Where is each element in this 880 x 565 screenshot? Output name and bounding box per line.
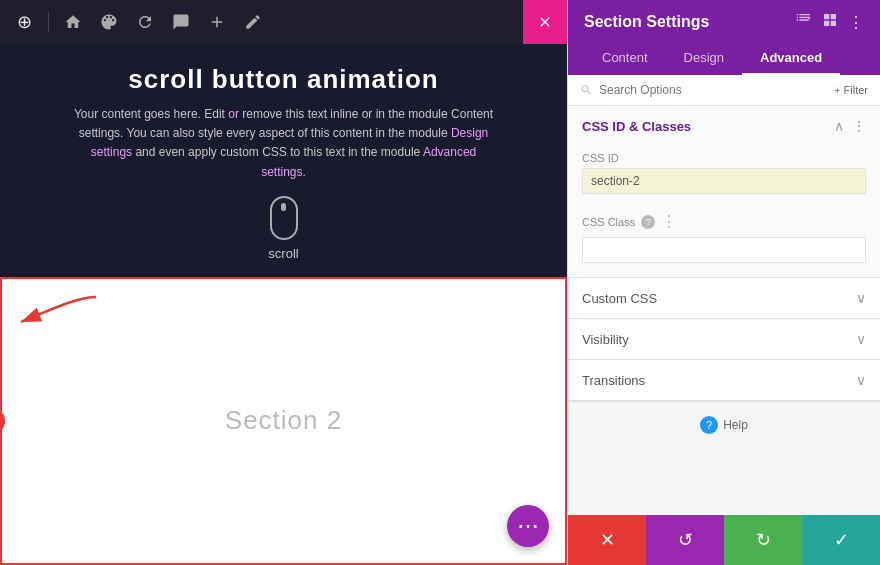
palette-icon[interactable] bbox=[95, 8, 123, 36]
accordion-title-transitions: Transitions bbox=[582, 373, 645, 388]
comment-icon[interactable] bbox=[167, 8, 195, 36]
settings-tabs: Content Design Advanced bbox=[584, 42, 864, 75]
scroll-label: scroll bbox=[268, 246, 298, 261]
css-class-input[interactable] bbox=[582, 237, 866, 263]
panel-content: CSS ID & Classes ∧ ⋮ CSS ID CSS Class ? … bbox=[568, 106, 880, 515]
hero-title: scroll button animation bbox=[40, 64, 527, 95]
settings-title: Section Settings bbox=[584, 13, 709, 31]
search-input-wrapper bbox=[580, 83, 834, 97]
undo-button[interactable]: ↺ bbox=[646, 515, 724, 565]
redo-button[interactable]: ↻ bbox=[724, 515, 802, 565]
accordion-more-icon[interactable]: ⋮ bbox=[852, 118, 866, 134]
css-id-input[interactable] bbox=[582, 168, 866, 194]
accordion-icons-4: ∨ bbox=[856, 372, 866, 388]
settings-header-top: Section Settings ⋮ bbox=[584, 12, 864, 32]
help-icon[interactable]: ? bbox=[641, 215, 655, 229]
accordion-header-custom-css[interactable]: Custom CSS ∨ bbox=[568, 278, 880, 318]
step-badge: 1 bbox=[0, 408, 5, 434]
accordion-custom-css: Custom CSS ∨ bbox=[568, 278, 880, 319]
help-link[interactable]: ? Help bbox=[582, 416, 866, 434]
edit-icon[interactable] bbox=[239, 8, 267, 36]
accordion-header-transitions[interactable]: Transitions ∨ bbox=[568, 360, 880, 400]
accordion-icons-2: ∨ bbox=[856, 290, 866, 306]
accordion-icons: ∧ ⋮ bbox=[834, 118, 866, 134]
wordpress-icon[interactable]: ⊕ bbox=[10, 8, 38, 36]
scroll-widget: scroll bbox=[40, 196, 527, 261]
fab-button[interactable]: ⋯ bbox=[507, 505, 549, 547]
accordion-icons-3: ∨ bbox=[856, 331, 866, 347]
scroll-dot bbox=[281, 203, 286, 211]
tab-advanced[interactable]: Advanced bbox=[742, 42, 840, 75]
home-icon[interactable] bbox=[59, 8, 87, 36]
accordion-body-css-id: CSS ID CSS Class ? ⋮ bbox=[568, 146, 880, 277]
settings-panel: Section Settings ⋮ Content Design Advanc… bbox=[567, 0, 880, 565]
exit-button[interactable] bbox=[523, 0, 567, 44]
accordion-title-css-id: CSS ID & Classes bbox=[582, 119, 691, 134]
css-class-label: CSS Class bbox=[582, 216, 635, 228]
search-bar: + Filter bbox=[568, 75, 880, 106]
accordion-chevron-down-icon-2[interactable]: ∨ bbox=[856, 331, 866, 347]
bottom-toolbar: ✕ ↺ ↻ ✓ bbox=[568, 515, 880, 565]
css-id-label: CSS ID bbox=[582, 152, 866, 164]
accordion-title-visibility: Visibility bbox=[582, 332, 629, 347]
arrow-indicator bbox=[16, 287, 106, 337]
hero-description: Your content goes here. Edit or remove t… bbox=[74, 105, 494, 182]
add-icon[interactable] bbox=[203, 8, 231, 36]
accordion-transitions: Transitions ∨ bbox=[568, 360, 880, 401]
filter-button[interactable]: + Filter bbox=[834, 84, 868, 96]
accordion-chevron-down-icon-3[interactable]: ∨ bbox=[856, 372, 866, 388]
accordion-chevron-up-icon[interactable]: ∧ bbox=[834, 118, 844, 134]
css-class-more-icon[interactable]: ⋮ bbox=[661, 212, 677, 231]
settings-header: Section Settings ⋮ Content Design Advanc… bbox=[568, 0, 880, 75]
section2-title: Section 2 bbox=[225, 405, 342, 436]
settings-more-icon[interactable]: ⋮ bbox=[848, 13, 864, 32]
css-class-row: CSS Class ? ⋮ bbox=[582, 212, 866, 231]
settings-icons: ⋮ bbox=[796, 12, 864, 32]
accordion-chevron-down-icon-1[interactable]: ∨ bbox=[856, 290, 866, 306]
divider bbox=[48, 12, 49, 32]
hero-section: scroll button animation Your content goe… bbox=[0, 44, 567, 277]
canvas-panel: ⊕ scroll button animation Your content g… bbox=[0, 0, 567, 565]
settings-layout-icon[interactable] bbox=[822, 12, 838, 32]
accordion-header-css-id[interactable]: CSS ID & Classes ∧ ⋮ bbox=[568, 106, 880, 146]
refresh-icon[interactable] bbox=[131, 8, 159, 36]
toolbar: ⊕ bbox=[0, 0, 567, 44]
tab-design[interactable]: Design bbox=[666, 42, 742, 75]
accordion-header-visibility[interactable]: Visibility ∨ bbox=[568, 319, 880, 359]
confirm-button[interactable]: ✓ bbox=[802, 515, 880, 565]
help-circle-icon: ? bbox=[700, 416, 718, 434]
help-section: ? Help bbox=[568, 401, 880, 448]
search-input[interactable] bbox=[599, 83, 834, 97]
help-label: Help bbox=[723, 418, 748, 432]
tab-content[interactable]: Content bbox=[584, 42, 666, 75]
settings-responsive-icon[interactable] bbox=[796, 12, 812, 32]
scroll-oval bbox=[270, 196, 298, 240]
search-icon bbox=[580, 83, 593, 97]
cancel-button[interactable]: ✕ bbox=[568, 515, 646, 565]
accordion-visibility: Visibility ∨ bbox=[568, 319, 880, 360]
accordion-title-custom-css: Custom CSS bbox=[582, 291, 657, 306]
accordion-css-id: CSS ID & Classes ∧ ⋮ CSS ID CSS Class ? … bbox=[568, 106, 880, 278]
